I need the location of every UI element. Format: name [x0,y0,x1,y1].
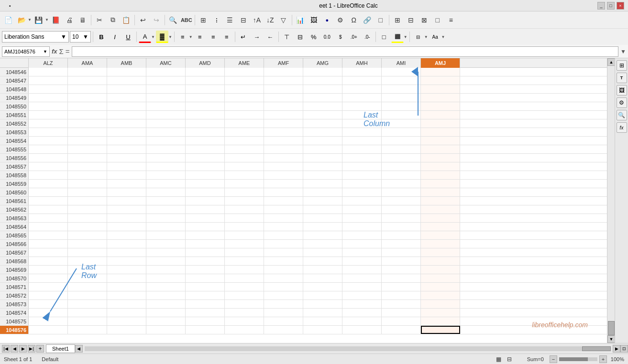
grid-cell[interactable] [342,317,382,325]
grid-cell[interactable] [186,214,225,222]
grid-cell[interactable] [382,76,421,85]
grid-cell[interactable] [264,188,303,196]
grid-cell[interactable] [29,231,68,239]
grid-cell[interactable] [264,119,303,128]
grid-cell[interactable] [146,214,186,222]
row-number[interactable]: 1048566 [0,240,29,248]
grid-cell[interactable] [29,257,68,265]
grid-cell[interactable] [186,94,225,102]
grid-cell[interactable] [29,197,68,205]
grid-cell[interactable] [146,326,186,334]
grid-cell[interactable] [342,171,382,179]
grid-cell[interactable] [382,291,421,300]
copy-button[interactable]: ⧉ [107,14,119,26]
grid-cell[interactable] [68,214,107,222]
view-pagebreak-icon[interactable]: ⊟ [507,356,512,363]
grid-cell[interactable] [382,283,421,291]
grid-cell[interactable] [342,283,382,291]
grid-cell[interactable] [107,188,146,196]
cell-ref-arrow[interactable]: ▼ [43,49,47,54]
row-number[interactable]: 1048557 [0,162,29,171]
grid-cell[interactable] [421,111,460,119]
grid-cell[interactable] [342,162,382,171]
grid-cell[interactable] [421,231,460,239]
grid-cell[interactable] [421,76,460,85]
grid-cell[interactable] [186,111,225,119]
grid-cell[interactable] [225,231,264,239]
grid-cell[interactable] [29,188,68,196]
grid-cell[interactable] [146,137,186,145]
col-header-AMI[interactable]: AMI [382,58,421,68]
row-number[interactable]: 1048561 [0,197,29,205]
grid-cell[interactable] [421,309,460,317]
grid-cell[interactable] [342,274,382,282]
row-number[interactable]: 1048558 [0,171,29,179]
grid-cell[interactable] [342,128,382,136]
styles-button[interactable]: T [617,73,627,83]
valign-top-button[interactable]: ⊤ [281,31,293,43]
grid-cell[interactable] [264,111,303,119]
grid-cell[interactable] [421,102,460,110]
grid-cell[interactable] [264,154,303,162]
grid-cell[interactable] [146,223,186,231]
grid-cell[interactable] [421,248,460,257]
prev-sheet-button[interactable]: ◀ [11,345,18,353]
hscroll-thumb[interactable] [582,346,611,351]
row-number[interactable]: 1048567 [0,248,29,257]
grid-cell[interactable] [68,291,107,300]
formula-input[interactable] [72,46,619,57]
row-number[interactable]: 1048546 [0,68,29,76]
zoom-in-button[interactable]: + [599,355,607,363]
sort-asc-button[interactable]: ↑A [251,14,263,26]
col-header-AMD[interactable]: AMD [186,58,225,68]
grid-cell[interactable] [68,171,107,179]
grid-cell[interactable] [68,283,107,291]
col-header-AMH[interactable]: AMH [342,58,382,68]
grid-cell[interactable] [68,248,107,257]
font-size-arrow[interactable]: ▼ [83,33,88,40]
highlight-arrow[interactable]: ▼ [168,35,172,39]
vertical-scrollbar[interactable]: ▲ ▼ [607,58,615,343]
print-button[interactable]: 🖨 [63,14,76,26]
grid-cell[interactable] [303,257,342,265]
dec-less-button[interactable]: .0- [361,31,374,43]
grid-cell[interactable] [421,94,460,102]
grid-cell[interactable] [225,248,264,257]
grid-cell[interactable] [29,180,68,188]
grid-cell[interactable] [68,162,107,171]
grid-cell[interactable] [342,291,382,300]
row-number[interactable]: 1048572 [0,291,29,300]
sort-desc-button[interactable]: ↓Z [264,14,276,26]
grid-cell[interactable] [68,300,107,308]
properties-button[interactable]: ⚙ [617,97,627,108]
grid-cell[interactable] [303,283,342,291]
grid-cell[interactable] [68,205,107,214]
grid-cell[interactable] [342,257,382,265]
grid-cell[interactable] [421,274,460,282]
align-center-button[interactable]: ≡ [194,31,206,43]
preview-button[interactable]: 🖥 [77,14,89,26]
special-btn1[interactable]: ● [321,14,333,26]
view-normal-icon[interactable]: ▦ [496,356,501,363]
grid-cell[interactable] [68,266,107,274]
grid-cell[interactable] [186,197,225,205]
grid-cell[interactable] [342,76,382,85]
grid-cell[interactable] [264,180,303,188]
grid-cell[interactable] [303,162,342,171]
grid-cell[interactable] [29,85,68,93]
grid-cell[interactable] [68,68,107,76]
grid-cell[interactable] [146,231,186,239]
row-number[interactable]: 1048568 [0,257,29,265]
grid-cell[interactable] [107,119,146,128]
grid-cell[interactable] [382,257,421,265]
grid-cell[interactable] [303,274,342,282]
grid-cell[interactable] [382,68,421,76]
grid-cell[interactable] [146,94,186,102]
freeze-arrow[interactable]: ▼ [424,35,428,39]
bold-button[interactable]: B [95,31,108,43]
grid-cell[interactable] [225,274,264,282]
style-arrow[interactable]: ▼ [441,35,445,39]
grid-cell[interactable] [303,154,342,162]
grid-cell[interactable] [264,94,303,102]
grid-cell[interactable] [107,300,146,308]
